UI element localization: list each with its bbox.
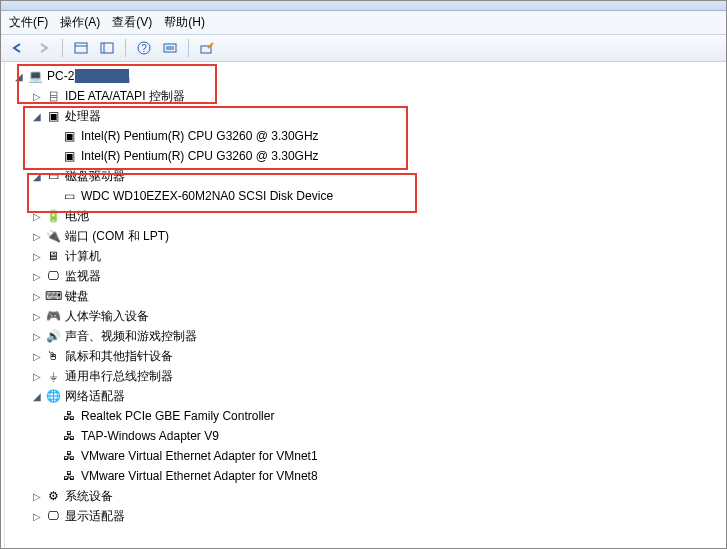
expand-icon[interactable]: ▷	[31, 490, 43, 502]
tree-item-keyboards[interactable]: ▷ ⌨ 键盘	[5, 286, 726, 306]
expand-icon[interactable]: ▷	[31, 90, 43, 102]
tree-label: Intel(R) Pentium(R) CPU G3260 @ 3.30GHz	[81, 147, 319, 166]
list-button[interactable]	[96, 38, 118, 58]
tree-item-disk-drives[interactable]: ◢ ▭ 磁盘驱动器	[5, 166, 726, 186]
tree-label: Intel(R) Pentium(R) CPU G3260 @ 3.30GHz	[81, 127, 319, 146]
tree-label: 鼠标和其他指针设备	[65, 347, 173, 366]
tree-item-monitors[interactable]: ▷ 🖵 监视器	[5, 266, 726, 286]
cpu-icon: ▣	[61, 128, 77, 144]
tree-item-computer[interactable]: ▷ 🖥 计算机	[5, 246, 726, 266]
back-button[interactable]	[7, 38, 29, 58]
svg-text:?: ?	[141, 43, 147, 54]
toolbar-separator	[188, 39, 189, 57]
tree-label: 显示适配器	[65, 507, 125, 526]
tree-label: Realtek PCIe GBE Family Controller	[81, 407, 274, 426]
tree-label: IDE ATA/ATAPI 控制器	[65, 87, 185, 106]
controller-icon: ⌸	[45, 88, 61, 104]
network-icon: 🌐	[45, 388, 61, 404]
nic-icon: 🖧	[61, 468, 77, 484]
tree-item-cpu-1[interactable]: ▣ Intel(R) Pentium(R) CPU G3260 @ 3.30GH…	[5, 146, 726, 166]
tree-item-display[interactable]: ▷ 🖵 显示适配器	[5, 506, 726, 526]
svg-rect-2	[101, 43, 113, 53]
collapse-icon[interactable]: ◢	[13, 70, 25, 82]
monitor-icon: 🖵	[45, 268, 61, 284]
tree-label: 处理器	[65, 107, 101, 126]
menu-action[interactable]: 操作(A)	[60, 14, 100, 31]
toolbar-separator	[62, 39, 63, 57]
hdd-icon: ▭	[61, 188, 77, 204]
tree-label: TAP-Windows Adapter V9	[81, 427, 219, 446]
tree-label: 磁盘驱动器	[65, 167, 125, 186]
tree-label: 通用串行总线控制器	[65, 367, 173, 386]
menu-bar: 文件(F) 操作(A) 查看(V) 帮助(H)	[1, 11, 726, 35]
mouse-icon: 🖱	[45, 348, 61, 364]
tree-label: 人体学输入设备	[65, 307, 149, 326]
tree-item-nic-3[interactable]: 🖧 VMware Virtual Ethernet Adapter for VM…	[5, 466, 726, 486]
tree-label: 网络适配器	[65, 387, 125, 406]
nic-icon: 🖧	[61, 408, 77, 424]
tree-item-hid[interactable]: ▷ 🎮 人体学输入设备	[5, 306, 726, 326]
tree-item-nic-1[interactable]: 🖧 TAP-Windows Adapter V9	[5, 426, 726, 446]
menu-file[interactable]: 文件(F)	[9, 14, 48, 31]
tree-label: WDC WD10EZEX-60M2NA0 SCSI Disk Device	[81, 187, 333, 206]
disk-icon: ▭	[45, 168, 61, 184]
tree-item-nic-0[interactable]: 🖧 Realtek PCIe GBE Family Controller	[5, 406, 726, 426]
tree-item-ide[interactable]: ▷ ⌸ IDE ATA/ATAPI 控制器	[5, 86, 726, 106]
collapse-icon[interactable]: ◢	[31, 170, 43, 182]
tree-label: 计算机	[65, 247, 101, 266]
expand-icon[interactable]: ▷	[31, 350, 43, 362]
tree-root[interactable]: ◢ 💻 PC-2▃▃▃▃▃▃	[5, 66, 726, 86]
tree-item-ports[interactable]: ▷ 🔌 端口 (COM 和 LPT)	[5, 226, 726, 246]
menu-view[interactable]: 查看(V)	[112, 14, 152, 31]
battery-icon: 🔋	[45, 208, 61, 224]
forward-button[interactable]	[33, 38, 55, 58]
collapse-icon[interactable]: ◢	[31, 390, 43, 402]
svg-rect-7	[166, 46, 174, 50]
menu-help[interactable]: 帮助(H)	[164, 14, 205, 31]
expand-icon[interactable]: ▷	[31, 330, 43, 342]
usb-icon: ⏚	[45, 368, 61, 384]
tree-label: 键盘	[65, 287, 89, 306]
tree-label: 声音、视频和游戏控制器	[65, 327, 197, 346]
tree-item-usb[interactable]: ▷ ⏚ 通用串行总线控制器	[5, 366, 726, 386]
port-icon: 🔌	[45, 228, 61, 244]
expand-icon[interactable]: ▷	[31, 210, 43, 222]
expand-icon[interactable]: ▷	[31, 250, 43, 262]
tree-item-cpu-0[interactable]: ▣ Intel(R) Pentium(R) CPU G3260 @ 3.30GH…	[5, 126, 726, 146]
tree-item-sound[interactable]: ▷ 🔊 声音、视频和游戏控制器	[5, 326, 726, 346]
device-tree: ◢ 💻 PC-2▃▃▃▃▃▃ ▷ ⌸ IDE ATA/ATAPI 控制器 ◢ ▣…	[5, 62, 726, 549]
cpu-icon: ▣	[61, 148, 77, 164]
collapse-icon[interactable]: ◢	[31, 110, 43, 122]
toolbar-separator	[125, 39, 126, 57]
keyboard-icon: ⌨	[45, 288, 61, 304]
root-label: PC-2▃▃▃▃▃▃	[47, 67, 129, 86]
toolbar: ?	[1, 35, 726, 62]
scan-button[interactable]	[196, 38, 218, 58]
tree-item-system[interactable]: ▷ ⚙ 系统设备	[5, 486, 726, 506]
chip-icon: ▣	[45, 108, 61, 124]
expand-icon[interactable]: ▷	[31, 270, 43, 282]
tree-item-battery[interactable]: ▷ 🔋 电池	[5, 206, 726, 226]
expand-icon[interactable]: ▷	[31, 310, 43, 322]
svg-rect-0	[75, 43, 87, 53]
help-button[interactable]: ?	[133, 38, 155, 58]
tree-item-disk-0[interactable]: ▭ WDC WD10EZEX-60M2NA0 SCSI Disk Device	[5, 186, 726, 206]
expand-icon[interactable]: ▷	[31, 290, 43, 302]
sound-icon: 🔊	[45, 328, 61, 344]
display-icon: 🖵	[45, 508, 61, 524]
expand-icon[interactable]: ▷	[31, 230, 43, 242]
tree-item-nic-2[interactable]: 🖧 VMware Virtual Ethernet Adapter for VM…	[5, 446, 726, 466]
tree-label: VMware Virtual Ethernet Adapter for VMne…	[81, 447, 318, 466]
tree-label: 系统设备	[65, 487, 113, 506]
nic-icon: 🖧	[61, 428, 77, 444]
tree-item-network[interactable]: ◢ 🌐 网络适配器	[5, 386, 726, 406]
tree-item-mouse[interactable]: ▷ 🖱 鼠标和其他指针设备	[5, 346, 726, 366]
expand-icon[interactable]: ▷	[31, 510, 43, 522]
properties-button[interactable]	[70, 38, 92, 58]
view-button[interactable]	[159, 38, 181, 58]
nic-icon: 🖧	[61, 448, 77, 464]
tree-label: 端口 (COM 和 LPT)	[65, 227, 169, 246]
tree-item-processors[interactable]: ◢ ▣ 处理器	[5, 106, 726, 126]
expand-icon[interactable]: ▷	[31, 370, 43, 382]
computer-icon: 🖥	[45, 248, 61, 264]
